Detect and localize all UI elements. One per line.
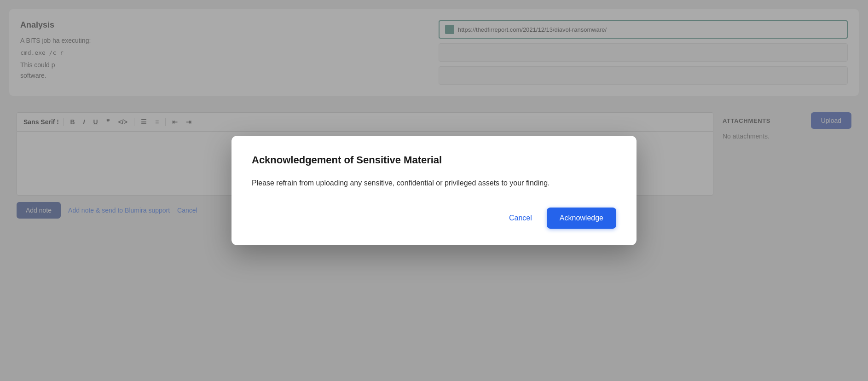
modal-overlay: Acknowledgement of Sensitive Material Pl… <box>0 0 868 381</box>
acknowledge-button[interactable]: Acknowledge <box>547 208 616 229</box>
modal-actions: Cancel Acknowledge <box>252 208 616 229</box>
cancel-button[interactable]: Cancel <box>502 210 539 226</box>
modal-title: Acknowledgement of Sensitive Material <box>252 154 616 166</box>
modal-dialog: Acknowledgement of Sensitive Material Pl… <box>231 136 637 245</box>
modal-body: Please refrain from uploading any sensit… <box>252 177 616 189</box>
